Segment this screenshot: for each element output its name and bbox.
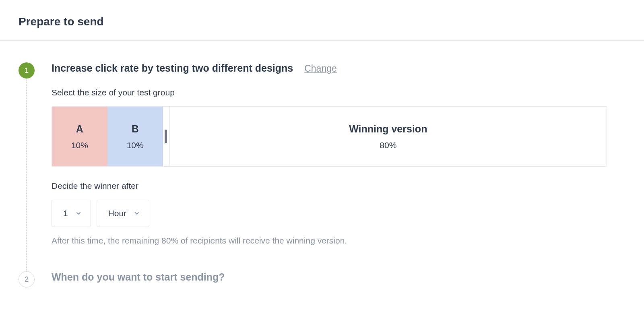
step-2: 2 When do you want to start sending?: [19, 271, 625, 283]
duration-value-select[interactable]: 1: [52, 200, 91, 227]
segment-winner: Winning version 80%: [169, 107, 607, 166]
step-2-marker: 2: [19, 271, 35, 287]
step-1-number: 1: [25, 66, 29, 75]
segment-b-pct: 10%: [127, 140, 144, 150]
segment-winner-label: Winning version: [349, 123, 427, 135]
duration-hint: After this time, the remaining 80% of re…: [52, 236, 625, 246]
duration-value: 1: [63, 209, 68, 218]
step-1: 1 Increase click rate by testing two dif…: [19, 62, 625, 270]
duration-unit-select[interactable]: Hour: [97, 200, 150, 227]
step-1-title: Increase click rate by testing two diffe…: [52, 62, 293, 74]
step-1-marker: 1: [19, 62, 35, 78]
chevron-down-icon: [134, 210, 140, 217]
segment-a-label: A: [76, 123, 83, 135]
segment-a: A 10%: [52, 107, 107, 166]
step-1-header: Increase click rate by testing two diffe…: [52, 62, 625, 74]
segment-winner-pct: 80%: [380, 140, 396, 150]
step-connector: [26, 78, 27, 286]
change-link[interactable]: Change: [304, 63, 337, 74]
segment-a-pct: 10%: [71, 140, 88, 150]
step-2-number: 2: [25, 275, 29, 284]
page-title: Prepare to send: [0, 0, 644, 40]
test-split-bar[interactable]: A 10% B 10% Winning version 80%: [52, 106, 607, 167]
duration-unit: Hour: [108, 209, 127, 218]
segment-b: B 10%: [107, 107, 163, 166]
step-2-header: When do you want to start sending?: [52, 271, 625, 283]
step-2-title: When do you want to start sending?: [52, 271, 225, 283]
test-size-label: Select the size of your test group: [52, 88, 625, 97]
split-drag-handle[interactable]: [165, 130, 167, 143]
decide-winner-label: Decide the winner after: [52, 181, 625, 191]
chevron-down-icon: [75, 210, 82, 217]
step-list: 1 Increase click rate by testing two dif…: [0, 41, 644, 283]
segment-b-label: B: [132, 123, 139, 135]
duration-selects: 1 Hour: [52, 200, 625, 227]
